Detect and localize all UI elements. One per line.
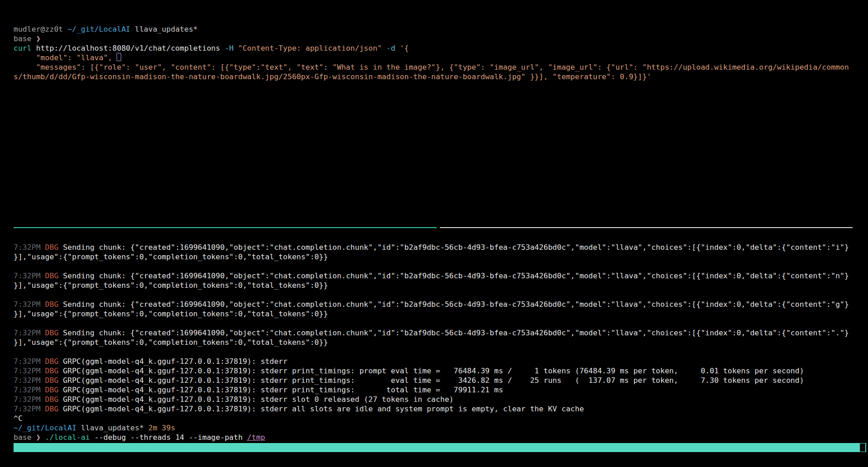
log-text: Sending chunk: {"created":1699641090,"ob…	[63, 300, 849, 309]
prompt-input-line: base ❯	[14, 34, 863, 43]
prompt-char: ❯	[36, 433, 45, 442]
pane-divider-active[interactable]	[14, 227, 437, 228]
blank-line	[14, 347, 863, 357]
command-url: http://localhost:8080/v1/chat/completion…	[36, 44, 225, 52]
command-args: --debug --threads 14 --image-path	[94, 433, 247, 442]
log-text: }],"usage":{"prompt_tokens":0,"completio…	[14, 310, 328, 318]
log-level-badge: DBG	[45, 243, 63, 252]
command-name: curl	[14, 44, 36, 52]
tmux-status-bar[interactable]: [0] <0:zsh 21:zsh 22:zsh 23:zsh 24:zsh 2…	[14, 443, 866, 452]
log-text: Sending chunk: {"created":1699641090,"ob…	[63, 243, 849, 252]
log-grpc-line: 7:32PM DBG GRPC(ggml-model-q4_k.gguf-127…	[14, 376, 863, 385]
pane-divider-inactive[interactable]	[440, 227, 853, 228]
log-level-badge: DBG	[45, 300, 63, 309]
command-name: ./local-ai	[45, 433, 94, 442]
log-grpc-line: 7:32PM DBG GRPC(ggml-model-q4_k.gguf-127…	[14, 366, 863, 376]
log-chunk-line: 7:32PM DBG Sending chunk: {"created":169…	[14, 328, 863, 338]
log-chunk-wrap-line: }],"usage":{"prompt_tokens":0,"completio…	[14, 338, 863, 347]
ctrl-c-text: ^C	[14, 414, 23, 423]
cwd-path: ~/_git/LocalAI	[14, 424, 76, 432]
log-timestamp: 7:32PM	[14, 386, 45, 394]
log-text: GRPC(ggml-model-q4_k.gguf-127.0.0.1:3781…	[63, 357, 288, 366]
log-text: GRPC(ggml-model-q4_k.gguf-127.0.0.1:3781…	[63, 405, 584, 413]
log-timestamp: 7:32PM	[14, 376, 45, 385]
json-messages-line: "messages": [{"role": "user", "content":…	[14, 62, 863, 72]
flag-data: -d	[387, 44, 400, 52]
flag-header: -H	[225, 44, 238, 52]
blank-line	[14, 319, 863, 328]
log-grpc-line: 7:32PM DBG GRPC(ggml-model-q4_k.gguf-127…	[14, 395, 863, 404]
venv-label: base	[14, 34, 36, 43]
log-level-badge: DBG	[45, 386, 63, 394]
log-timestamp: 7:32PM	[14, 367, 45, 375]
log-grpc-line: 7:32PM DBG GRPC(ggml-model-q4_k.gguf-127…	[14, 404, 863, 414]
log-grpc-line: 7:32PM DBG GRPC(ggml-model-q4_k.gguf-127…	[14, 385, 863, 395]
log-level-badge: DBG	[45, 405, 63, 413]
log-text: GRPC(ggml-model-q4_k.gguf-127.0.0.1:3781…	[63, 386, 503, 394]
log-text: Sending chunk: {"created":1699641090,"ob…	[63, 272, 849, 280]
log-chunk-wrap-line: }],"usage":{"prompt_tokens":0,"completio…	[14, 309, 863, 319]
json-open: '{	[400, 44, 409, 52]
user-host: mudler@zz0t	[14, 25, 67, 33]
log-timestamp: 7:32PM	[14, 405, 45, 413]
log-timestamp: 7:32PM	[14, 243, 45, 252]
json-messages-text: "messages": [{"role": "user", "content":…	[14, 63, 849, 71]
log-text: GRPC(ggml-model-q4_k.gguf-127.0.0.1:3781…	[63, 376, 804, 385]
log-chunk-line: 7:32PM DBG Sending chunk: {"created":169…	[14, 271, 863, 281]
log-level-badge: DBG	[45, 376, 63, 385]
header-value: "Content-Type: application/json"	[238, 44, 387, 52]
log-level-badge: DBG	[45, 272, 63, 280]
bottom-pane: 7:32PM DBG Sending chunk: {"created":169…	[14, 243, 863, 442]
log-timestamp: 7:32PM	[14, 329, 45, 337]
cwd-path: ~/_git/LocalAI	[67, 25, 130, 33]
log-text: Sending chunk: {"created":1699641090,"ob…	[63, 329, 849, 337]
prompt-char: ❯	[36, 34, 41, 43]
json-messages-wrap-line: s/thumb/d/dd/Gfp-wisconsin-madison-the-n…	[14, 72, 863, 81]
log-level-badge: DBG	[45, 367, 63, 375]
terminal-window: mudler@zz0t ~/_git/LocalAI llava_updates…	[0, 0, 868, 467]
blank-line	[14, 290, 863, 300]
log-chunk-wrap-line: }],"usage":{"prompt_tokens":0,"completio…	[14, 281, 863, 290]
log-chunk-line: 7:32PM DBG Sending chunk: {"created":169…	[14, 243, 863, 252]
image-path-link[interactable]: /tmp	[247, 433, 265, 442]
log-chunk-line: 7:32PM DBG Sending chunk: {"created":169…	[14, 300, 863, 309]
git-branch: llava_updates*	[130, 25, 198, 33]
prompt-context-line: mudler@zz0t ~/_git/LocalAI llava_updates…	[14, 24, 863, 34]
json-model-line: "model": "llava",	[14, 53, 863, 62]
log-text: GRPC(ggml-model-q4_k.gguf-127.0.0.1:3781…	[63, 367, 804, 375]
terminal-cursor	[117, 53, 121, 61]
log-text: }],"usage":{"prompt_tokens":0,"completio…	[14, 253, 328, 261]
venv-label: base	[14, 433, 36, 442]
top-pane: mudler@zz0t ~/_git/LocalAI llava_updates…	[14, 24, 863, 81]
log-text: }],"usage":{"prompt_tokens":0,"completio…	[14, 338, 328, 347]
log-timestamp: 7:32PM	[14, 357, 45, 366]
command-duration: 2m 39s	[148, 424, 175, 432]
log-text: }],"usage":{"prompt_tokens":0,"completio…	[14, 281, 328, 290]
log-timestamp: 7:32PM	[14, 300, 45, 309]
log-timestamp: 7:32PM	[14, 272, 45, 280]
prompt-command-line: base ❯ ./local-ai --debug --threads 14 -…	[14, 433, 863, 442]
blank-line	[14, 262, 863, 271]
prompt-context-line: ~/_git/LocalAI llava_updates* 2m 39s	[14, 423, 863, 433]
status-bar-cursor-block	[860, 443, 865, 452]
log-level-badge: DBG	[45, 329, 63, 337]
git-branch: llava_updates*	[76, 424, 148, 432]
log-grpc-line: 7:32PM DBG GRPC(ggml-model-q4_k.gguf-127…	[14, 357, 863, 366]
log-level-badge: DBG	[45, 395, 63, 404]
log-timestamp: 7:32PM	[14, 395, 45, 404]
json-messages-wrap-text: s/thumb/d/dd/Gfp-wisconsin-madison-the-n…	[14, 72, 651, 81]
interrupt-line: ^C	[14, 414, 863, 423]
command-line: curl http://localhost:8080/v1/chat/compl…	[14, 43, 863, 53]
log-text: GRPC(ggml-model-q4_k.gguf-127.0.0.1:3781…	[63, 395, 453, 404]
log-chunk-wrap-line: }],"usage":{"prompt_tokens":0,"completio…	[14, 252, 863, 262]
log-level-badge: DBG	[45, 357, 63, 366]
json-model-text: "model": "llava",	[14, 53, 117, 62]
